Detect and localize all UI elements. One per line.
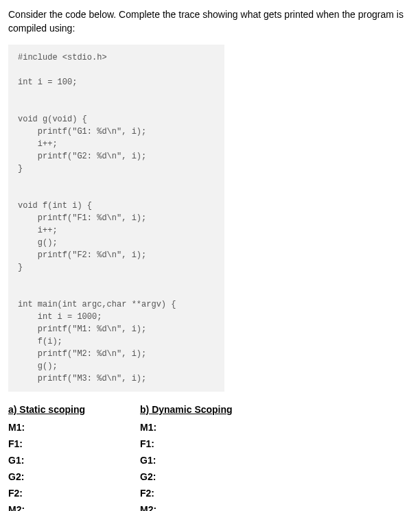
answers-area: a) Static scoping M1: F1: G1: G2: F2: M2… <box>8 404 412 511</box>
trace-label: F1: <box>8 438 85 449</box>
static-scoping-column: a) Static scoping M1: F1: G1: G2: F2: M2… <box>8 404 85 511</box>
trace-label: M2: <box>140 504 233 511</box>
trace-label: M1: <box>140 422 233 433</box>
trace-label: M2: <box>8 504 85 511</box>
code-listing: #include <stdio.h> int i = 100; void g(v… <box>8 45 224 392</box>
section-header: b) Dynamic Scoping <box>140 404 233 415</box>
trace-label: G2: <box>8 471 85 482</box>
trace-label: G1: <box>8 455 85 466</box>
dynamic-scoping-column: b) Dynamic Scoping M1: F1: G1: G2: F2: M… <box>140 404 233 511</box>
trace-label: F2: <box>140 488 233 499</box>
trace-label: F1: <box>140 438 233 449</box>
trace-label: M1: <box>8 422 85 433</box>
question-prompt: Consider the code below. Complete the tr… <box>8 8 412 35</box>
trace-label: G2: <box>140 471 233 482</box>
section-header: a) Static scoping <box>8 404 85 415</box>
trace-label: F2: <box>8 488 85 499</box>
trace-label: G1: <box>140 455 233 466</box>
